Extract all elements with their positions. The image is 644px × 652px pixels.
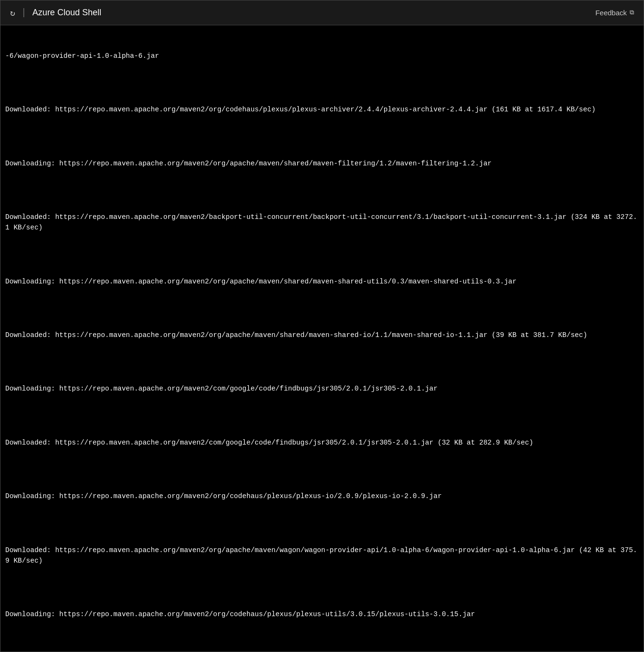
terminal-line-7: Downloaded: https://repo.maven.apache.or… bbox=[5, 437, 639, 448]
external-link-icon: ⧉ bbox=[630, 9, 634, 16]
title-separator: | bbox=[21, 7, 27, 18]
refresh-icon[interactable]: ↻ bbox=[10, 8, 15, 18]
terminal-line-5: Downloaded: https://repo.maven.apache.or… bbox=[5, 330, 639, 340]
terminal-line-3: Downloaded: https://repo.maven.apache.or… bbox=[5, 212, 639, 233]
feedback-link[interactable]: Feedback bbox=[595, 9, 627, 17]
titlebar: ↻ | Azure Cloud Shell Feedback ⧉ bbox=[0, 0, 644, 25]
terminal-line-8: Downloading: https://repo.maven.apache.o… bbox=[5, 491, 639, 501]
terminal-line-6: Downloading: https://repo.maven.apache.o… bbox=[5, 383, 639, 394]
terminal-content: -6/wagon-provider-api-1.0-alpha-6.jar Do… bbox=[5, 29, 639, 652]
terminal-line-0: -6/wagon-provider-api-1.0-alpha-6.jar bbox=[5, 51, 639, 61]
terminal-area[interactable]: -6/wagon-provider-api-1.0-alpha-6.jar Do… bbox=[0, 25, 644, 652]
titlebar-right: Feedback ⧉ bbox=[595, 9, 634, 17]
terminal-line-9: Downloaded: https://repo.maven.apache.or… bbox=[5, 545, 639, 566]
terminal-line-1: Downloaded: https://repo.maven.apache.or… bbox=[5, 104, 639, 115]
terminal-line-10: Downloading: https://repo.maven.apache.o… bbox=[5, 609, 639, 619]
app-title: Azure Cloud Shell bbox=[32, 8, 101, 18]
terminal-line-4: Downloading: https://repo.maven.apache.o… bbox=[5, 276, 639, 287]
titlebar-left: ↻ | Azure Cloud Shell bbox=[10, 7, 101, 18]
main-window: ↻ | Azure Cloud Shell Feedback ⧉ -6/wago… bbox=[0, 0, 644, 652]
terminal-line-2: Downloading: https://repo.maven.apache.o… bbox=[5, 158, 639, 169]
